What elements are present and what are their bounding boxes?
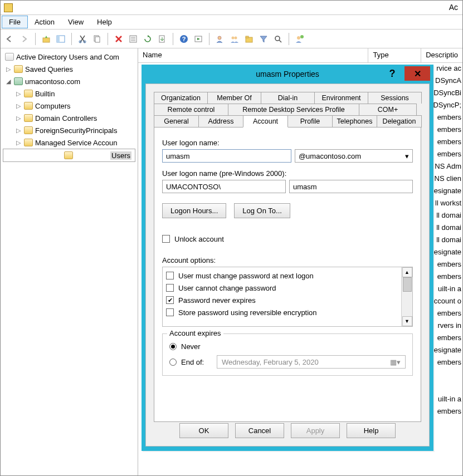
tab-remote-desktop-services-profile[interactable]: Remote Desktop Services Profile — [228, 104, 359, 115]
svg-point-20 — [275, 36, 280, 41]
menu-action[interactable]: Action — [28, 16, 61, 28]
ok-button[interactable]: OK — [179, 423, 228, 438]
tab-general[interactable]: General — [154, 115, 199, 127]
tree-fsp[interactable]: ▷ ForeignSecurityPrincipals — [3, 124, 135, 136]
logon-hours-button[interactable]: Logon Hours... — [162, 203, 226, 218]
scroll-up-button[interactable]: ▲ — [402, 267, 412, 277]
filter-button[interactable] — [257, 33, 270, 45]
account-option-checkbox[interactable]: ✔ — [166, 296, 174, 304]
upn-suffix-value: @umacontoso.com — [299, 152, 361, 160]
options-scrollbar[interactable]: ▲ ▼ — [401, 267, 412, 326]
expander-icon[interactable]: ▷ — [5, 66, 12, 73]
tab-telephones[interactable]: Telephones — [332, 115, 377, 127]
new-group-button[interactable] — [228, 33, 241, 45]
folder-icon — [14, 65, 23, 73]
svg-text:?: ? — [182, 36, 186, 42]
export-button[interactable] — [156, 33, 168, 45]
account-option[interactable]: ✔Password never expires — [166, 294, 398, 306]
help-button[interactable]: ? — [178, 33, 190, 45]
nav-forward-button[interactable] — [18, 33, 31, 45]
tab-com-[interactable]: COM+ — [359, 104, 417, 115]
folder-icon — [24, 126, 33, 134]
expander-icon[interactable]: ▷ — [15, 102, 22, 110]
expires-endof-radio[interactable] — [169, 359, 177, 366]
expander-icon[interactable]: ▷ — [15, 115, 22, 122]
expander-icon[interactable]: ▷ — [15, 127, 22, 134]
expires-never-radio[interactable] — [169, 343, 177, 350]
tree-pane: Active Directory Users and Com ▷ Saved Q… — [1, 48, 138, 476]
dialog-title: umasm Properties — [256, 70, 319, 78]
tree-msa[interactable]: ▷ Managed Service Accoun — [3, 136, 135, 149]
col-type[interactable]: Type — [368, 48, 421, 62]
tab-environment[interactable]: Environment — [314, 92, 368, 104]
run-button[interactable] — [192, 33, 204, 45]
tab-dial-in[interactable]: Dial-in — [261, 92, 315, 104]
tree-users[interactable]: Users — [3, 149, 135, 162]
log-on-to-button[interactable]: Log On To... — [234, 203, 290, 218]
tree-domain-controllers[interactable]: ▷ Domain Controllers — [3, 112, 135, 124]
tab-profile[interactable]: Profile — [287, 115, 333, 127]
new-user-button[interactable] — [214, 33, 226, 45]
dialog-titlebar[interactable]: umasm Properties ? ✕ — [142, 65, 433, 84]
expires-date-picker[interactable]: Wednesday, February 5, 2020 ▦▾ — [217, 355, 406, 369]
unlock-account-checkbox[interactable] — [162, 235, 170, 243]
account-option-checkbox[interactable] — [166, 284, 174, 292]
tree-computers[interactable]: ▷ Computers — [3, 100, 135, 112]
scroll-thumb[interactable] — [403, 277, 412, 292]
find-button[interactable] — [272, 33, 284, 45]
menu-view[interactable]: View — [61, 16, 90, 28]
folder-icon — [24, 90, 33, 97]
add-to-group-button[interactable] — [294, 33, 306, 45]
tree-label: Managed Service Accoun — [35, 139, 117, 147]
tab-member-of[interactable]: Member Of — [207, 92, 261, 104]
cancel-button[interactable]: Cancel — [235, 423, 284, 438]
account-options-label: Account options: — [162, 256, 413, 264]
tab-delegation[interactable]: Delegation — [377, 115, 422, 127]
help-button[interactable]: Help — [347, 423, 396, 438]
tab-remote-control[interactable]: Remote control — [154, 104, 228, 115]
properties-button[interactable] — [127, 33, 139, 45]
copy-button[interactable] — [91, 33, 103, 45]
tab-account[interactable]: Account — [243, 115, 288, 127]
up-level-button[interactable] — [40, 33, 52, 45]
dialog-close-button[interactable]: ✕ — [404, 66, 430, 81]
expander-icon[interactable]: ▷ — [15, 90, 22, 97]
cut-button[interactable] — [76, 33, 89, 45]
account-option-checkbox[interactable] — [166, 272, 174, 279]
tree-domain[interactable]: ◢ umacontoso.com — [3, 75, 135, 87]
svg-line-21 — [279, 40, 281, 42]
delete-button[interactable] — [113, 33, 125, 45]
apply-button[interactable]: Apply — [291, 423, 340, 438]
upn-suffix-dropdown[interactable]: @umacontoso.com ▾ — [295, 149, 413, 163]
scroll-down-button[interactable]: ▼ — [402, 316, 412, 326]
expander-icon[interactable]: ◢ — [5, 78, 12, 85]
col-name[interactable]: Name — [138, 48, 368, 62]
account-option-checkbox[interactable] — [166, 308, 174, 316]
nav-back-button[interactable] — [4, 33, 16, 45]
logon-name-input[interactable] — [162, 149, 291, 163]
show-hide-tree-button[interactable] — [55, 33, 67, 45]
tab-sessions[interactable]: Sessions — [368, 92, 422, 104]
app-title-fragment: Ac — [449, 3, 458, 12]
tab-panel-account: User logon name: @umacontoso.com ▾ User … — [154, 127, 421, 422]
tree-saved-queries[interactable]: ▷ Saved Queries — [3, 63, 135, 75]
tree-builtin[interactable]: ▷ Builtin — [3, 87, 135, 100]
col-desc[interactable]: Descriptio — [421, 48, 462, 62]
tree-root[interactable]: Active Directory Users and Com — [3, 51, 135, 63]
refresh-button[interactable] — [142, 33, 154, 45]
account-option[interactable]: Store password using reversible encrypti… — [166, 306, 398, 318]
dialog-help-button[interactable]: ? — [381, 66, 403, 81]
logon-name-label: User logon name: — [162, 139, 413, 147]
tree-label: Saved Queries — [25, 65, 73, 73]
expander-icon[interactable]: ▷ — [15, 139, 22, 146]
pre2000-user-input[interactable] — [289, 180, 413, 193]
menu-help[interactable]: Help — [90, 16, 119, 28]
account-option[interactable]: User must change password at next logon — [166, 269, 398, 282]
svg-rect-19 — [246, 36, 248, 38]
tab-organization[interactable]: Organization — [154, 92, 208, 104]
expires-never-label: Never — [181, 342, 201, 351]
tab-address[interactable]: Address — [198, 115, 243, 127]
account-option[interactable]: User cannot change password — [166, 282, 398, 294]
menu-file[interactable]: File — [2, 16, 28, 28]
new-ou-button[interactable] — [243, 33, 255, 45]
